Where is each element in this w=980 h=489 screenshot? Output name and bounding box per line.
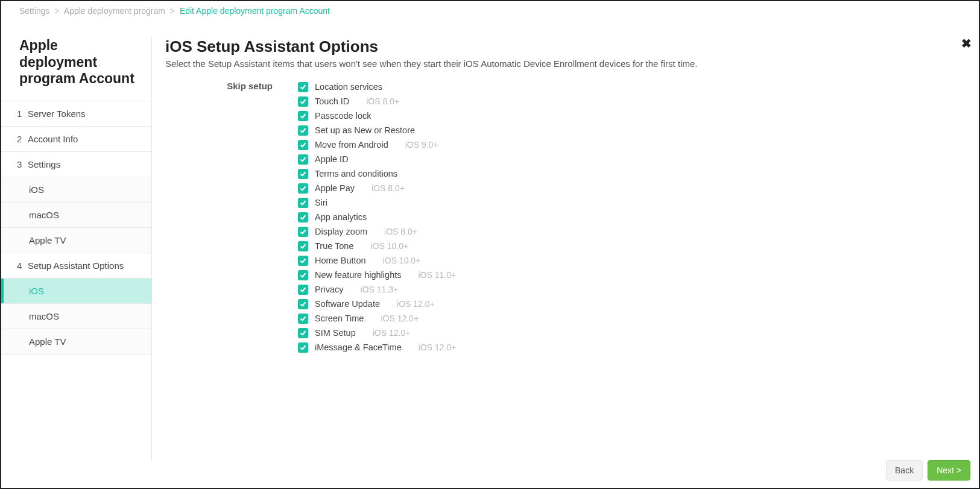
checkbox[interactable] (298, 227, 308, 237)
sidebar-item-label: Account Info (28, 134, 78, 144)
sidebar-nav: 1 Server Tokens 2 Account Info 3 Setting… (1, 101, 152, 355)
breadcrumb-current: Edit Apple deployment program Account (180, 6, 330, 16)
option-note: iOS 9.0+ (405, 140, 438, 150)
checkbox[interactable] (298, 314, 308, 324)
option-note: iOS 10.0+ (371, 241, 409, 251)
checkbox[interactable] (298, 328, 308, 338)
checkbox[interactable] (298, 212, 308, 222)
checkbox[interactable] (298, 183, 308, 194)
option-note: iOS 8.0+ (371, 183, 405, 193)
sidebar-sub-label: Apple TV (29, 235, 66, 245)
breadcrumb-adp[interactable]: Apple deployment program (64, 6, 165, 16)
checkbox[interactable] (298, 256, 308, 266)
option-row: iMessage & FaceTimeiOS 12.0+ (298, 340, 456, 355)
option-label: Passcode lock (315, 111, 371, 121)
option-note: iOS 8.0+ (366, 96, 399, 106)
option-label: Terms and conditions (315, 169, 397, 178)
next-button[interactable]: Next > (928, 460, 970, 481)
breadcrumb: Settings > Apple deployment program > Ed… (1, 1, 979, 19)
skip-setup-options: Location servicesTouch IDiOS 8.0+Passcod… (298, 80, 456, 355)
sidebar-item-label: Settings (28, 159, 60, 169)
checkbox[interactable] (298, 154, 308, 165)
sidebar-item-setup-assistant-options[interactable]: 4 Setup Assistant Options (1, 253, 152, 279)
sidebar-item-settings[interactable]: 3 Settings (1, 152, 152, 177)
page-title: iOS Setup Assistant Options (165, 37, 962, 56)
sidebar-sub-settings-appletv[interactable]: Apple TV (1, 228, 152, 253)
checkbox[interactable] (298, 125, 308, 136)
option-note: iOS 12.0+ (419, 342, 457, 352)
option-label: Touch ID (315, 96, 349, 106)
checkbox[interactable] (298, 111, 308, 121)
checkbox[interactable] (298, 342, 308, 353)
option-note: iOS 12.0+ (373, 328, 411, 338)
option-note: iOS 11.3+ (361, 285, 399, 294)
skip-setup-row: Skip setup Location servicesTouch IDiOS … (165, 80, 962, 355)
sidebar-sub-label: macOS (29, 210, 59, 220)
breadcrumb-sep: > (52, 6, 62, 16)
footer-buttons: Back Next > (886, 460, 970, 481)
option-row: Screen TimeiOS 12.0+ (298, 311, 456, 326)
option-row: Siri (298, 195, 456, 210)
sidebar-item-account-info[interactable]: 2 Account Info (1, 127, 152, 152)
option-label: Screen Time (315, 314, 364, 323)
checkbox[interactable] (298, 82, 308, 92)
option-label: Apple Pay (315, 183, 355, 193)
checkbox[interactable] (298, 198, 308, 208)
option-note: iOS 12.0+ (397, 299, 435, 309)
sidebar-sub-settings-ios[interactable]: iOS (1, 177, 152, 203)
checkbox[interactable] (298, 285, 308, 295)
back-button[interactable]: Back (886, 460, 923, 481)
option-label: Set up as New or Restore (315, 125, 415, 135)
option-row: Terms and conditions (298, 166, 456, 181)
sidebar-item-number: 1 (17, 109, 28, 119)
sidebar-sub-setup-appletv[interactable]: Apple TV (1, 329, 152, 355)
breadcrumb-settings[interactable]: Settings (19, 6, 50, 16)
page-description: Select the Setup Assistant items that us… (165, 58, 962, 69)
skip-setup-label: Skip setup (165, 80, 298, 91)
option-label: Location services (315, 82, 382, 92)
option-row: Touch IDiOS 8.0+ (298, 94, 456, 109)
option-label: iMessage & FaceTime (315, 342, 402, 352)
option-label: New feature highlights (315, 270, 401, 280)
sidebar-sub-settings-macos[interactable]: macOS (1, 203, 152, 228)
option-label: Software Update (315, 299, 380, 309)
option-label: Apple ID (315, 154, 349, 164)
sidebar-item-number: 3 (17, 159, 28, 169)
option-label: SIM Setup (315, 328, 356, 338)
close-icon[interactable]: ✖ (961, 37, 972, 49)
option-label: Siri (315, 198, 327, 207)
option-row: Apple PayiOS 8.0+ (298, 181, 456, 195)
option-row: True ToneiOS 10.0+ (298, 239, 456, 253)
option-row: Apple ID (298, 152, 456, 166)
option-note: iOS 8.0+ (384, 227, 417, 236)
option-label: Move from Android (315, 140, 388, 150)
sidebar: Apple deployment program Account 1 Serve… (1, 19, 152, 485)
option-label: True Tone (315, 241, 354, 251)
sidebar-item-server-tokens[interactable]: 1 Server Tokens (1, 101, 152, 127)
checkbox[interactable] (298, 169, 308, 179)
option-row: Location services (298, 80, 456, 94)
checkbox[interactable] (298, 270, 308, 280)
sidebar-sub-label: macOS (29, 311, 59, 321)
sidebar-item-number: 2 (17, 134, 28, 144)
option-row: Set up as New or Restore (298, 123, 456, 137)
sidebar-sub-setup-macos[interactable]: macOS (1, 304, 152, 329)
sidebar-sub-setup-ios[interactable]: iOS (1, 279, 152, 304)
option-row: Passcode lock (298, 109, 456, 123)
option-row: Move from AndroidiOS 9.0+ (298, 137, 456, 152)
checkbox[interactable] (298, 241, 308, 251)
option-label: Privacy (315, 285, 344, 294)
option-row: Home ButtoniOS 10.0+ (298, 253, 456, 268)
main-panel: ✖ iOS Setup Assistant Options Select the… (152, 19, 979, 485)
option-row: Software UpdateiOS 12.0+ (298, 297, 456, 311)
sidebar-item-number: 4 (17, 260, 28, 271)
checkbox[interactable] (298, 299, 308, 309)
option-note: iOS 10.0+ (383, 256, 421, 265)
sidebar-sub-label: iOS (29, 286, 44, 296)
option-label: Home Button (315, 256, 366, 265)
option-note: iOS 11.0+ (418, 270, 456, 280)
sidebar-item-label: Setup Assistant Options (28, 260, 124, 271)
checkbox[interactable] (298, 96, 308, 107)
option-note: iOS 12.0+ (381, 314, 419, 323)
checkbox[interactable] (298, 140, 308, 150)
